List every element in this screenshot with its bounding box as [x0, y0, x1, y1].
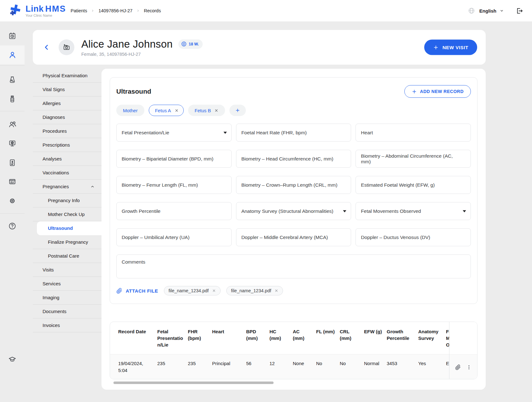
cell-heart: Principal: [212, 360, 246, 379]
billing-invoice-icon[interactable]: [0, 153, 25, 172]
rail-divider: [0, 111, 25, 111]
new-visit-button[interactable]: NEW VISIT: [424, 40, 477, 55]
nav-imaging[interactable]: Imaging: [33, 291, 101, 305]
workstation-icon[interactable]: [0, 134, 25, 153]
table-row[interactable]: 19/04/2024, 5:04 235 235 Principal 56 12…: [110, 354, 449, 379]
field-doppler-dv[interactable]: Doppler – Ductus Venosus (DV): [356, 228, 471, 246]
column-header: Growth Percentile: [387, 328, 418, 354]
logout-icon[interactable]: [516, 7, 523, 15]
close-icon[interactable]: [214, 108, 218, 113]
nav-allergies[interactable]: Allergies: [33, 96, 101, 110]
education-icon[interactable]: [0, 350, 25, 369]
row-kebab-menu-icon[interactable]: [466, 364, 472, 370]
brand: LinkHMS Your Clinic Name: [8, 3, 66, 18]
column-header: CRL (mm): [340, 328, 364, 354]
field-biometry-crl[interactable]: Biometry – Crown–Rump Length (CRL, mm): [236, 176, 351, 194]
icon-rail: [0, 21, 25, 402]
field-biometry-fl[interactable]: Biometry – Femur Length (FL, mm): [116, 176, 232, 194]
close-icon[interactable]: [212, 289, 216, 293]
field-doppler-mca[interactable]: Doppler – Middle Cerebral Artery (MCA): [236, 228, 351, 246]
nav-pregnancy-info[interactable]: Pregnancy Info: [33, 194, 101, 207]
nav-prescriptions[interactable]: Prescriptions: [33, 138, 101, 152]
field-heart[interactable]: Heart: [356, 124, 471, 142]
nav-procedures[interactable]: Procedures: [33, 124, 101, 138]
cell-record-date: 19/04/2024, 5:04: [118, 360, 157, 379]
nav-ultrasound[interactable]: Ultrasound: [37, 221, 101, 235]
field-biometry-hc[interactable]: Biometry – Head Circumference (HC, mm): [236, 150, 351, 168]
tab-mother[interactable]: Mother: [116, 105, 144, 116]
record-sections-nav: Physical Examination Vital Signs Allergi…: [33, 69, 101, 332]
row-attachment-paperclip-icon[interactable]: [455, 364, 461, 370]
nav-finalize-pregnancy[interactable]: Finalize Pregnancy: [33, 235, 101, 249]
pharmacy-bottle-icon[interactable]: [0, 90, 25, 108]
patients-icon[interactable]: [0, 45, 25, 64]
field-foetal-heart-rate[interactable]: Foetal Heart Rate (FHR, bpm): [236, 124, 351, 142]
rail-divider: [0, 213, 25, 214]
camera-plus-icon: [62, 43, 71, 51]
cell-crl: No: [340, 360, 364, 379]
nav-mother-check-up[interactable]: Mother Check Up: [33, 207, 101, 221]
caret-down-icon: [343, 210, 346, 212]
plus-icon: [235, 108, 240, 113]
horizontal-scrollbar-thumb[interactable]: [113, 382, 274, 384]
cell-bpd: 56: [246, 360, 269, 379]
brand-tagline: Your Clinic Name: [26, 14, 66, 17]
nav-pregnancies[interactable]: Pregnancies: [33, 180, 101, 194]
back-button[interactable]: [43, 44, 50, 51]
language-selector[interactable]: English: [468, 7, 504, 14]
close-icon[interactable]: [175, 108, 179, 113]
comments-field[interactable]: Comments: [116, 254, 471, 278]
caret-down-icon: [463, 210, 466, 212]
settings-gear-icon[interactable]: [0, 191, 25, 210]
field-growth-percentile[interactable]: Growth Percentile: [116, 202, 232, 220]
field-efw[interactable]: Estimated Foetal Weight (EFW, g): [356, 176, 471, 194]
staff-group-icon[interactable]: [0, 115, 25, 134]
paperclip-icon: [116, 288, 122, 294]
breadcrumb-patients[interactable]: Patients: [71, 8, 87, 13]
chevron-down-icon: [500, 9, 504, 13]
nav-diagnoses[interactable]: Diagnoses: [33, 110, 101, 124]
field-doppler-ua[interactable]: Doppler – Umbilical Artery (UA): [116, 228, 232, 246]
breadcrumb-patient-id[interactable]: 14097856-HJ-27: [98, 8, 132, 13]
field-biometry-bpd[interactable]: Biometry – Biparietal Diameter (BPD, mm): [116, 150, 232, 168]
nav-vaccinations[interactable]: Vaccinations: [33, 166, 101, 180]
chevron-up-icon: [90, 184, 95, 189]
cell-fl: No: [316, 360, 340, 379]
field-biometry-ac[interactable]: Biometry – Abdominal Circumference (AC, …: [356, 150, 471, 168]
records-table-scroll-area[interactable]: Record Date Fetal Presentation/Lie FHR (…: [110, 322, 449, 379]
nav-vital-signs[interactable]: Vital Signs: [33, 83, 101, 96]
globe-icon: [468, 7, 475, 14]
lab-analyses-icon[interactable]: [0, 70, 25, 89]
ultrasound-form-card: Ultrasound ADD NEW RECORD Mother Fetus A…: [110, 77, 477, 304]
breadcrumb-separator-icon: [136, 8, 140, 13]
close-icon[interactable]: [275, 289, 278, 293]
column-header: BPD (mm): [246, 328, 269, 354]
reports-dashboard-icon[interactable]: [0, 172, 25, 191]
cell-fetal-presentation: 235: [157, 360, 188, 379]
help-icon[interactable]: [0, 217, 25, 236]
attach-file-button[interactable]: ATTACH FILE: [116, 288, 158, 294]
nav-services[interactable]: Services: [33, 277, 101, 291]
nav-analyses[interactable]: Analyses: [33, 152, 101, 166]
tab-fetus-a[interactable]: Fetus A: [149, 105, 184, 116]
add-fetus-tab-button[interactable]: [229, 105, 246, 116]
nav-visits[interactable]: Visits: [33, 263, 101, 277]
appointments-calendar-icon[interactable]: [0, 26, 25, 45]
patient-photo-upload[interactable]: [59, 39, 74, 55]
attach-row: ATTACH FILE file_name_1234.pdf file_name…: [116, 286, 471, 295]
nav-postnatal-care[interactable]: Postnatal Care: [33, 249, 101, 263]
add-new-record-button[interactable]: ADD NEW RECORD: [404, 85, 471, 98]
nav-physical-examination[interactable]: Physical Examination: [33, 69, 101, 83]
cell-fhr: 235: [188, 360, 212, 379]
nav-invoices[interactable]: Invoices: [33, 318, 101, 332]
field-fetal-movements[interactable]: Fetal Movements Observed: [356, 202, 471, 220]
page-title: Ultrasound: [116, 88, 151, 95]
breadcrumb-records[interactable]: Records: [144, 8, 161, 13]
cell-ac: None: [293, 360, 316, 379]
field-anatomy-survey[interactable]: Anatomy Survey (Structural Abnormalities…: [236, 202, 351, 220]
column-header: FL (mm): [316, 328, 340, 354]
tab-fetus-b[interactable]: Fetus B: [188, 105, 225, 116]
field-fetal-presentation[interactable]: Fetal Presentation/Lie: [116, 124, 232, 142]
cell-hc: 12: [269, 360, 293, 379]
nav-documents[interactable]: Documents: [33, 305, 101, 318]
